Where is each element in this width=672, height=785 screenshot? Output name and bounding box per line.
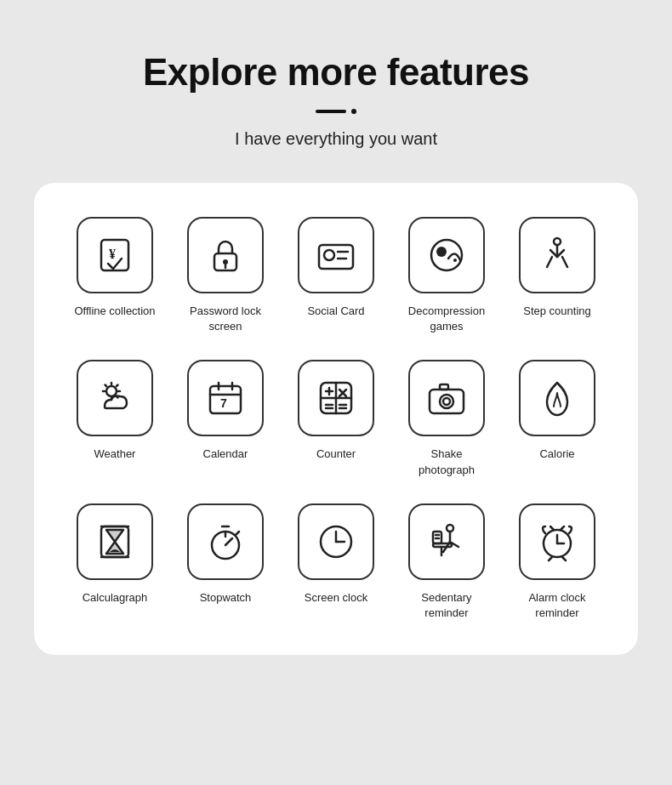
alarm-clock-label: Alarm clock reminder bbox=[515, 590, 600, 621]
svg-line-23 bbox=[117, 385, 118, 387]
alarm-clock-icon-box bbox=[519, 503, 595, 580]
features-grid: ¥ Offline collection Password lock scree… bbox=[60, 217, 612, 621]
password-lock-label: Password lock screen bbox=[183, 304, 268, 334]
feature-shake-photograph[interactable]: Shake photograph bbox=[391, 360, 502, 477]
svg-line-66 bbox=[561, 526, 564, 530]
svg-line-14 bbox=[547, 257, 552, 267]
social-card-label: Social Card bbox=[307, 304, 364, 319]
feature-offline-collection[interactable]: ¥ Offline collection bbox=[60, 217, 170, 334]
calculagraph-icon-box bbox=[77, 503, 153, 580]
svg-point-41 bbox=[440, 395, 453, 408]
svg-line-64 bbox=[562, 557, 566, 560]
feature-decompression-games[interactable]: Decompression games bbox=[391, 217, 502, 334]
social-card-icon-box bbox=[298, 217, 374, 293]
counter-icon-box bbox=[298, 360, 374, 436]
svg-line-50 bbox=[225, 538, 232, 545]
svg-line-15 bbox=[562, 257, 567, 267]
feature-calculagraph[interactable]: Calculagraph bbox=[60, 503, 170, 621]
calorie-label: Calorie bbox=[539, 447, 574, 462]
step-counting-icon-box bbox=[519, 217, 595, 293]
screen-clock-label: Screen clock bbox=[305, 590, 367, 606]
decompression-games-icon-box bbox=[408, 217, 485, 293]
feature-calorie[interactable]: Calorie bbox=[502, 360, 612, 477]
feature-alarm-clock[interactable]: Alarm clock reminder bbox=[502, 503, 612, 621]
feature-stopwatch[interactable]: Stopwatch bbox=[170, 503, 281, 621]
calendar-icon-box: 7 bbox=[187, 360, 264, 436]
feature-screen-clock[interactable]: Screen clock bbox=[281, 503, 391, 621]
password-lock-icon-box bbox=[187, 217, 264, 293]
svg-text:7: 7 bbox=[220, 396, 227, 410]
svg-point-42 bbox=[443, 398, 450, 405]
svg-rect-40 bbox=[430, 390, 464, 413]
decompression-games-label: Decompression games bbox=[404, 304, 489, 334]
feature-social-card[interactable]: Social Card bbox=[281, 217, 391, 334]
svg-point-11 bbox=[453, 259, 457, 262]
feature-counter[interactable]: Counter bbox=[281, 360, 391, 477]
svg-line-51 bbox=[236, 532, 239, 535]
screen-clock-icon-box bbox=[298, 503, 374, 580]
svg-point-10 bbox=[436, 247, 447, 257]
feature-step-counting[interactable]: Step counting bbox=[502, 217, 612, 334]
calorie-icon-box bbox=[519, 360, 595, 436]
feature-calendar[interactable]: 7 Calendar bbox=[170, 360, 281, 477]
weather-icon-box bbox=[77, 360, 153, 436]
feature-sedentary-reminder[interactable]: Sedentary reminder bbox=[391, 503, 502, 621]
svg-point-6 bbox=[324, 250, 334, 260]
svg-text:¥: ¥ bbox=[109, 247, 116, 261]
shake-photograph-icon-box bbox=[408, 360, 485, 436]
calendar-label: Calendar bbox=[203, 447, 248, 462]
shake-photograph-label: Shake photograph bbox=[404, 447, 489, 477]
features-card: ¥ Offline collection Password lock scree… bbox=[34, 183, 638, 655]
stopwatch-icon-box bbox=[187, 503, 264, 580]
svg-rect-43 bbox=[440, 384, 448, 390]
offline-collection-label: Offline collection bbox=[74, 304, 155, 319]
page-title: Explore more features bbox=[143, 51, 529, 94]
sedentary-reminder-icon-box bbox=[408, 503, 485, 580]
subtitle: I have everything you want bbox=[235, 129, 437, 149]
counter-label: Counter bbox=[316, 447, 356, 462]
svg-line-21 bbox=[105, 385, 107, 387]
weather-label: Weather bbox=[94, 447, 136, 462]
sedentary-reminder-label: Sedentary reminder bbox=[404, 590, 489, 621]
divider bbox=[316, 109, 356, 114]
stopwatch-label: Stopwatch bbox=[200, 590, 252, 606]
feature-weather[interactable]: Weather bbox=[60, 360, 170, 477]
svg-line-63 bbox=[549, 557, 552, 560]
svg-line-65 bbox=[550, 526, 554, 530]
svg-point-16 bbox=[106, 386, 117, 396]
offline-collection-icon-box: ¥ bbox=[77, 217, 153, 293]
feature-password-lock[interactable]: Password lock screen bbox=[170, 217, 281, 334]
step-counting-label: Step counting bbox=[523, 304, 591, 319]
calculagraph-label: Calculagraph bbox=[83, 590, 148, 606]
